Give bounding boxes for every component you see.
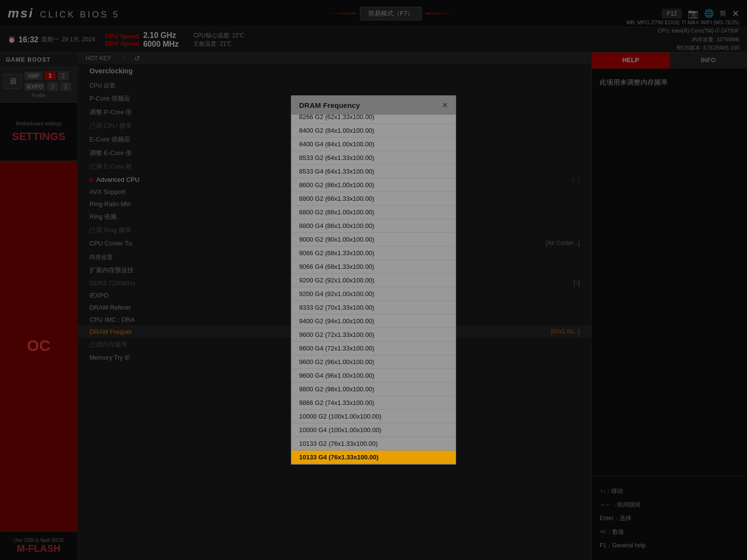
modal-overlay: DRAM Frequency ✕ 8000 G4 (80x1.00x100.00… [0, 0, 747, 560]
list-item[interactable]: 8600 G2 (86x1.00x100.00) [291, 178, 456, 192]
list-item[interactable]: 9800 G2 (98x1.00x100.00) [291, 383, 456, 396]
list-item[interactable]: 10000 G2 (100x1.00x100.00) [291, 410, 456, 423]
list-item[interactable]: 9066 G2 (68x1.33x100.00) [291, 246, 456, 260]
list-item[interactable]: 9600 G2 (72x1.33x100.00) [291, 328, 456, 342]
list-item[interactable]: 10133 G2 (76x1.33x100.00) [291, 437, 456, 451]
list-item[interactable]: 9066 G4 (68x1.33x100.00) [291, 260, 456, 274]
list-item[interactable]: 9200 G2 (92x1.00x100.00) [291, 274, 456, 287]
modal-title: DRAM Frequency [299, 101, 360, 109]
list-item[interactable]: 9600 G4 (72x1.33x100.00) [291, 342, 456, 355]
list-item[interactable]: 8400 G4 (84x1.00x100.00) [291, 138, 456, 151]
list-item[interactable]: 10133 G4 (76x1.33x100.00) [291, 451, 456, 464]
list-item[interactable]: 8800 G4 (88x1.00x100.00) [291, 219, 456, 233]
list-item[interactable]: 9200 G4 (92x1.00x100.00) [291, 287, 456, 301]
list-item[interactable]: 8400 G2 (84x1.00x100.00) [291, 124, 456, 138]
list-item[interactable]: 8533 G2 (64x1.33x100.00) [291, 151, 456, 165]
list-item[interactable]: 8800 G2 (88x1.00x100.00) [291, 206, 456, 219]
list-item[interactable]: 8266 G2 (62x1.33x100.00) [291, 115, 456, 124]
list-item[interactable]: 9000 G2 (90x1.00x100.00) [291, 233, 456, 246]
list-item[interactable]: 9600 G2 (96x1.00x100.00) [291, 355, 456, 369]
modal-close-btn[interactable]: ✕ [442, 101, 448, 110]
list-item[interactable]: 9600 G4 (96x1.00x100.00) [291, 369, 456, 383]
list-item[interactable]: 8800 G2 (66x1.33x100.00) [291, 192, 456, 206]
list-item[interactable]: 10000 G4 (100x1.00x100.00) [291, 423, 456, 437]
list-item[interactable]: 9866 G2 (74x1.33x100.00) [291, 396, 456, 410]
list-item[interactable]: 9333 G2 (70x1.33x100.00) [291, 301, 456, 315]
list-item[interactable]: 9400 G2 (94x1.00x100.00) [291, 315, 456, 328]
modal-header: DRAM Frequency ✕ [291, 96, 456, 115]
modal-list[interactable]: 8000 G4 (80x1.00x100.00)8200 G2 (82x1.00… [291, 115, 456, 464]
dram-frequency-modal: DRAM Frequency ✕ 8000 G4 (80x1.00x100.00… [291, 95, 456, 465]
list-item[interactable]: 8533 G4 (64x1.33x100.00) [291, 165, 456, 178]
